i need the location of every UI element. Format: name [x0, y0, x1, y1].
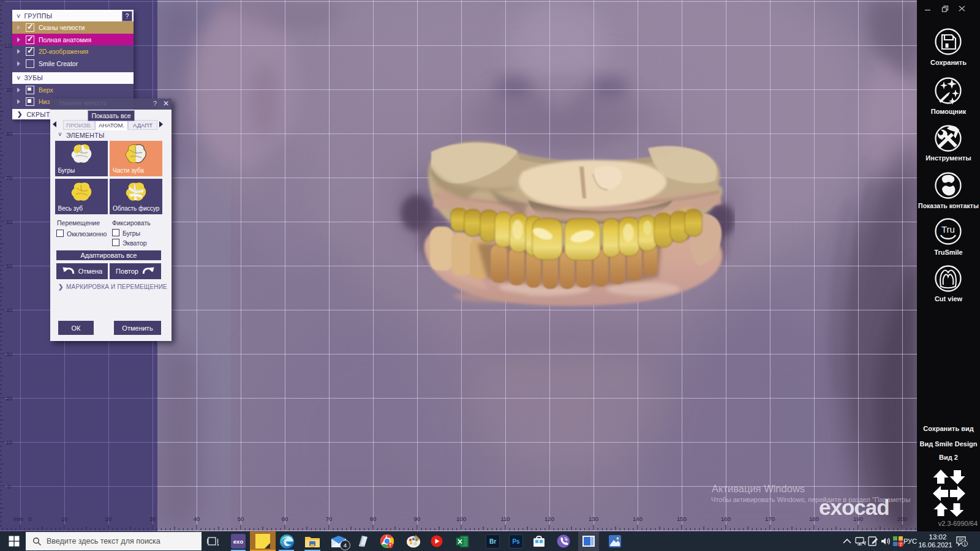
- svg-text:170: 170: [765, 515, 775, 522]
- svg-text:80: 80: [370, 515, 377, 522]
- svg-text:110: 110: [500, 515, 510, 522]
- svg-text:150: 150: [677, 515, 687, 522]
- svg-text:140: 140: [633, 515, 643, 522]
- svg-text:1: 1: [963, 541, 966, 547]
- svg-text:mm: mm: [13, 515, 23, 522]
- svg-text:20: 20: [105, 515, 112, 522]
- svg-text:Tru: Tru: [941, 224, 955, 234]
- svg-text:50: 50: [238, 515, 244, 522]
- svg-text:100: 100: [456, 515, 466, 522]
- svg-text:200: 200: [897, 515, 907, 522]
- svg-text:60: 60: [282, 515, 288, 522]
- svg-text:10: 10: [6, 439, 13, 446]
- svg-text:70: 70: [6, 174, 13, 181]
- svg-text:10: 10: [61, 515, 68, 522]
- svg-text:30: 30: [149, 515, 156, 522]
- svg-text:0: 0: [7, 483, 10, 490]
- svg-text:40: 40: [194, 515, 200, 522]
- svg-text:60: 60: [6, 219, 13, 225]
- svg-text:120: 120: [545, 515, 554, 522]
- svg-text:90: 90: [6, 86, 13, 93]
- svg-text:90: 90: [414, 515, 421, 522]
- svg-text:0: 0: [28, 515, 31, 522]
- svg-text:70: 70: [326, 515, 333, 522]
- svg-text:130: 130: [589, 515, 598, 522]
- svg-text:160: 160: [721, 515, 731, 522]
- svg-text:30: 30: [6, 351, 13, 358]
- svg-text:7: 7: [899, 542, 902, 547]
- svg-text:80: 80: [6, 130, 13, 137]
- svg-text:180: 180: [809, 515, 819, 522]
- svg-text:40: 40: [6, 307, 13, 313]
- svg-text:50: 50: [6, 263, 13, 269]
- svg-text:20: 20: [6, 395, 13, 402]
